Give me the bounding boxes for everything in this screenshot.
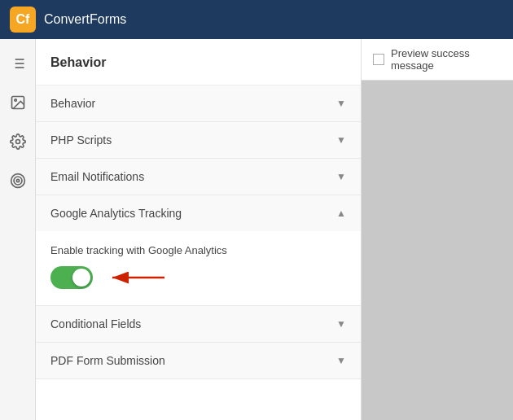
svg-point-8 (15, 140, 20, 144)
target-icon[interactable] (7, 169, 29, 192)
accordion-header-php-scripts[interactable]: PHP Scripts ▼ (36, 122, 361, 158)
chevron-down-icon: ▼ (336, 171, 346, 182)
accordion-conditional-fields: Conditional Fields ▼ (36, 306, 361, 343)
accordion-email-notifications: Email Notifications ▼ (36, 159, 361, 195)
accordion-header-pdf-form[interactable]: PDF Form Submission ▼ (36, 343, 361, 378)
accordion-pdf-form: PDF Form Submission ▼ (36, 343, 361, 379)
logo-text: Cf (16, 12, 30, 27)
toggle-thumb (72, 269, 90, 287)
accordion-google-analytics: Google Analytics Tracking ▲ Enable track… (36, 195, 361, 306)
chevron-down-icon: ▼ (336, 98, 346, 109)
tracking-toggle[interactable] (50, 266, 93, 289)
arrow-indicator (106, 268, 171, 287)
svg-point-7 (14, 99, 15, 102)
app-title: ConvertForms (44, 12, 126, 27)
accordion-label-behavior: Behavior (50, 97, 95, 110)
image-icon[interactable] (7, 91, 29, 114)
toggle-row (50, 266, 346, 289)
app-header: Cf ConvertForms (0, 0, 513, 39)
accordion-label-php-scripts: PHP Scripts (50, 133, 112, 147)
accordion-header-behavior[interactable]: Behavior ▼ (36, 85, 361, 121)
preview-checkbox[interactable] (373, 54, 384, 65)
google-analytics-content: Enable tracking with Google Analytics (36, 231, 361, 305)
accordion-header-conditional-fields[interactable]: Conditional Fields ▼ (36, 306, 361, 342)
chevron-down-icon: ▼ (336, 134, 346, 146)
accordion-label-pdf-form: PDF Form Submission (50, 354, 165, 367)
preview-bar: Preview success message (362, 39, 513, 81)
icon-sidebar (0, 39, 36, 420)
accordion-php-scripts: PHP Scripts ▼ (36, 122, 361, 159)
main-layout: Behavior Behavior ▼ PHP Scripts ▼ Email … (0, 39, 513, 420)
chevron-up-icon: ▲ (336, 208, 346, 219)
toggle-track[interactable] (50, 266, 93, 289)
accordion-header-google-analytics[interactable]: Google Analytics Tracking ▲ (36, 195, 361, 231)
accordion-header-email-notifications[interactable]: Email Notifications ▼ (36, 159, 361, 195)
svg-point-11 (16, 179, 19, 182)
accordion-behavior: Behavior ▼ (36, 85, 361, 122)
content-panel: Behavior Behavior ▼ PHP Scripts ▼ Email … (36, 39, 362, 420)
chevron-down-icon: ▼ (336, 355, 346, 366)
preview-panel: Preview success message (362, 39, 513, 420)
panel-title: Behavior (36, 39, 361, 85)
accordion-label-email-notifications: Email Notifications (50, 170, 144, 183)
tracking-label: Enable tracking with Google Analytics (50, 244, 346, 256)
logo: Cf (10, 7, 36, 33)
preview-label: Preview success message (391, 47, 502, 72)
chevron-down-icon: ▼ (336, 318, 346, 330)
accordion-label-google-analytics: Google Analytics Tracking (50, 207, 182, 220)
list-icon[interactable] (7, 52, 29, 75)
preview-canvas (362, 81, 513, 420)
arrow-icon (106, 268, 171, 287)
accordion-label-conditional-fields: Conditional Fields (50, 317, 141, 330)
svg-point-10 (14, 177, 22, 185)
settings-icon[interactable] (7, 130, 29, 153)
